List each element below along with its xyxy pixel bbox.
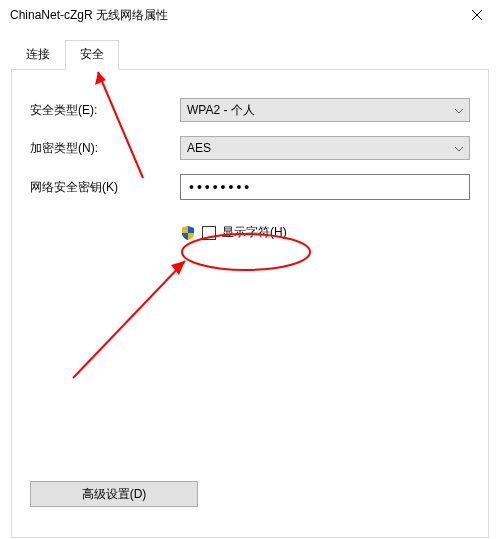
row-security-type: 安全类型(E): WPA2 - 个人 — [30, 98, 470, 122]
client-area: 连接 安全 安全类型(E): WPA2 - 个人 加密类型(N): AES 网络… — [11, 40, 489, 535]
combo-encryption-type[interactable]: AES — [180, 136, 470, 160]
tab-connection[interactable]: 连接 — [11, 40, 65, 70]
window-title: ChinaNet-cZgR 无线网络属性 — [10, 7, 454, 24]
row-encryption-type: 加密类型(N): AES — [30, 136, 470, 160]
chevron-down-icon — [455, 141, 463, 155]
chevron-down-icon — [455, 103, 463, 117]
combo-security-type[interactable]: WPA2 - 个人 — [180, 98, 470, 122]
combo-security-type-value: WPA2 - 个人 — [187, 102, 463, 119]
advanced-settings-button[interactable]: 高级设置(D) — [30, 481, 198, 507]
titlebar: ChinaNet-cZgR 无线网络属性 — [0, 0, 500, 30]
shield-icon — [180, 225, 196, 241]
tab-security[interactable]: 安全 — [65, 40, 119, 70]
label-encryption-type: 加密类型(N): — [30, 140, 180, 157]
close-button[interactable] — [454, 0, 500, 30]
row-show-characters: 显示字符(H) — [180, 224, 470, 241]
label-network-key: 网络安全密钥(K) — [30, 179, 180, 196]
close-icon — [472, 10, 482, 20]
tab-strip: 连接 安全 — [11, 40, 489, 70]
label-security-type: 安全类型(E): — [30, 102, 180, 119]
label-show-characters: 显示字符(H) — [222, 224, 287, 241]
checkbox-show-characters[interactable] — [202, 226, 216, 240]
combo-encryption-type-value: AES — [187, 141, 463, 155]
input-network-key[interactable] — [180, 174, 470, 200]
tab-panel-security: 安全类型(E): WPA2 - 个人 加密类型(N): AES 网络安全密钥(K… — [11, 69, 489, 538]
row-network-key: 网络安全密钥(K) — [30, 174, 470, 200]
